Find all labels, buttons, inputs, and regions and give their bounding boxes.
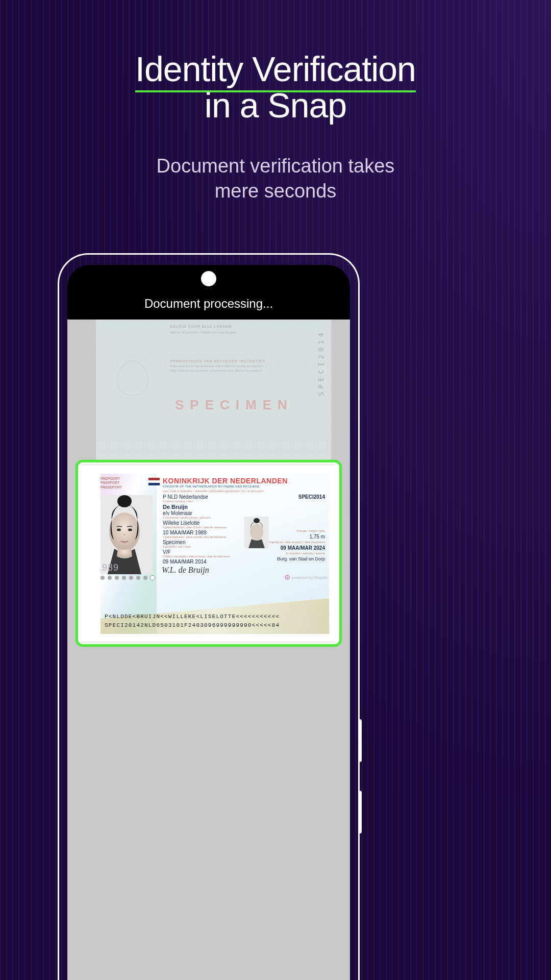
issue-date: 09 MAA/MAR 2014 — [163, 559, 207, 565]
svg-point-9 — [287, 577, 288, 578]
svg-point-1 — [109, 512, 140, 551]
hero-subtitle: Document verification takes mere seconds — [0, 154, 551, 204]
signature: W.L. de Bruijn — [162, 566, 209, 575]
powered-by-label: powered by Regula — [285, 575, 327, 580]
svg-point-4 — [128, 529, 132, 531]
phone-side-button — [358, 791, 362, 834]
height: 1,75 m — [294, 534, 325, 540]
netherlands-flag-icon — [148, 478, 160, 485]
phone-screen: Document processing... GELDIG VOOR ALLE … — [67, 265, 350, 980]
mrz-text: P<NLDDE<BRUIJN<<WILLEKE<LISELOTTE<<<<<<<… — [105, 612, 325, 630]
hero-title: Identity Verification in a Snap — [0, 51, 551, 124]
phone-camera-notch — [201, 271, 216, 286]
svg-point-2 — [117, 495, 132, 507]
svg-point-7 — [254, 518, 260, 523]
camera-viewport: GELDIG VOOR ALLE LANDEN Valid for all co… — [67, 320, 350, 980]
passport-photo: 1989 — [101, 495, 153, 574]
svg-point-3 — [117, 529, 121, 531]
page-dots — [101, 576, 155, 580]
document-type-label: PASPOORT PASSPORT PASSEPORT — [101, 477, 122, 489]
valid-for-label: GELDIG VOOR ALLE LANDEN — [170, 325, 232, 328]
document-page-top: GELDIG VOOR ALLE LANDEN Valid for all co… — [96, 320, 331, 460]
surname: De Bruijn — [163, 504, 188, 510]
hero-title-rest: in a Snap — [205, 86, 346, 125]
hero: Identity Verification in a Snap Document… — [0, 0, 551, 204]
place-of-birth: Specimen — [163, 540, 185, 545]
portrait-small-icon — [244, 517, 269, 548]
sex: V/F — [163, 549, 171, 555]
date-of-birth: 10 MAA/MAR 1989 — [163, 530, 207, 535]
photo-year: 1989 — [101, 562, 119, 573]
svg-point-6 — [250, 524, 263, 540]
document-number: SPECI2014 — [298, 494, 325, 500]
country-title: KONINKRIJK DER NEDERLANDEN — [163, 477, 288, 485]
spouse-name: e/v Molenaar — [163, 510, 192, 516]
given-names: Willeke Liselotte — [163, 520, 199, 526]
remarks-label: OPMERKINGEN VAN BEVOEGDE INSTANTIES Page… — [170, 359, 265, 372]
expiry-date: 09 MAA/MAR 2024 — [281, 545, 325, 551]
authority: Burg. van Stad en Dorp — [277, 556, 325, 561]
specimen-watermark: SPECIMEN — [175, 397, 293, 413]
specimen-vertical: SPECI2014 — [317, 330, 325, 396]
phone-side-button — [358, 719, 362, 762]
valid-for-line: Valid for all countries / Valable pour t… — [170, 331, 236, 334]
regula-logo-icon — [285, 575, 290, 580]
country-subtitle: KINGDOM OF THE NETHERLANDS ROYAUME DES P… — [163, 485, 259, 488]
type-code-nationality: P NLD Nederlandse — [163, 494, 208, 500]
passport-data-page: PASPOORT PASSPORT PASSEPORT KONINKRIJK D… — [101, 474, 329, 634]
document-detection-frame: PASPOORT PASSPORT PASSEPORT KONINKRIJK D… — [76, 460, 342, 647]
passport-ghost-photo — [244, 517, 269, 548]
